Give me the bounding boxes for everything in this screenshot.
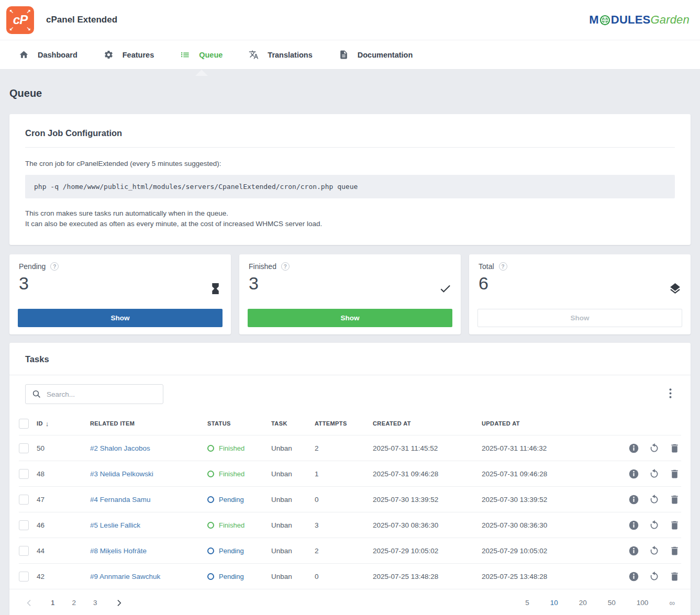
delete-button[interactable] [668,467,681,480]
delete-button[interactable] [668,570,681,583]
layers-icon [669,282,682,295]
row-checkbox[interactable] [19,572,29,582]
column-id[interactable]: ID↓ [37,420,90,428]
help-icon[interactable]: ? [50,262,59,271]
cell-created-at: 2025-07-30 08:36:30 [373,521,482,529]
cell-id: 50 [37,444,90,452]
related-item-link[interactable]: #8 Miķelis Hofrāte [90,547,207,555]
cell-created-at: 2025-07-25 13:48:28 [373,573,482,580]
next-page-button[interactable] [115,599,123,607]
nav-item-dashboard[interactable]: Dashboard [7,40,89,69]
show-pending-button[interactable]: Show [18,309,223,327]
gear-icon [104,50,114,60]
cron-note-line2: It can also be executed as often as ever… [25,220,322,228]
brand-part-dules: DULES [611,13,651,27]
help-icon[interactable]: ? [499,262,507,271]
table-options-button[interactable] [666,386,675,402]
column-created-at[interactable]: CREATED AT [373,420,482,427]
related-item-link[interactable]: #2 Shalon Jacobos [90,444,207,452]
show-finished-button[interactable]: Show [248,309,452,327]
page-button-1[interactable]: 1 [51,599,55,607]
related-item-link[interactable]: #4 Fernanda Samu [90,496,207,504]
retry-button[interactable] [648,519,661,532]
nav-item-features[interactable]: Features [92,40,165,69]
page-title: Queue [9,87,691,99]
chevron-right-icon [115,599,123,607]
row-checkbox[interactable] [19,495,29,505]
nav-item-documentation[interactable]: Documentation [327,40,425,69]
retry-button[interactable] [648,442,661,455]
expand-arrow-icon: ↘ [27,26,31,31]
nav-item-queue[interactable]: Queue [169,40,234,69]
show-total-button[interactable]: Show [477,309,682,327]
pagination-bar: 1 2 3 5 10 20 50 100 ∞ [9,589,691,615]
cell-id: 46 [37,521,90,529]
cell-created-at: 2025-07-29 10:05:02 [373,547,482,555]
nav-label: Dashboard [38,51,77,59]
column-status[interactable]: STATUS [207,420,271,427]
retry-button[interactable] [648,493,661,506]
related-item-link[interactable]: #9 Annmarie Sawchuk [90,573,207,580]
nav-item-translations[interactable]: Translations [237,40,324,69]
table-row: 46 #5 Leslie Fallick Finished Unban 3 20… [19,512,681,538]
page-size-10[interactable]: 10 [550,599,558,607]
row-checkbox[interactable] [19,520,29,530]
delete-button[interactable] [668,493,681,506]
delete-button[interactable] [668,519,681,532]
page-size-20[interactable]: 20 [579,599,587,607]
nav-label: Documentation [358,51,413,59]
row-checkbox[interactable] [19,546,29,556]
column-task[interactable]: TASK [271,420,315,427]
cell-attempts: 3 [315,521,373,529]
retry-button[interactable] [648,467,661,480]
info-button[interactable] [627,493,640,506]
column-attempts[interactable]: ATTEMPTS [315,420,373,427]
delete-button[interactable] [668,544,681,557]
column-label: ID [37,420,43,427]
row-checkbox[interactable] [19,469,29,479]
brand-part-m: M [589,13,599,27]
info-button[interactable] [627,519,640,532]
cell-created-at: 2025-07-31 09:46:28 [373,470,482,478]
retry-button[interactable] [648,570,661,583]
retry-icon [649,545,660,556]
page-button-3[interactable]: 3 [93,599,97,607]
prev-page-button[interactable] [25,599,34,607]
stat-card-finished: Finished ? 3 Show [239,254,461,334]
hourglass-icon [209,282,222,295]
status-label: Finished [219,444,245,452]
page-size-50[interactable]: 50 [608,599,616,607]
row-checkbox[interactable] [19,443,29,453]
help-icon[interactable]: ? [281,262,290,271]
cpanel-logo: ↖ ↗ cP ↙ ↘ [6,6,34,34]
page-button-2[interactable]: 2 [72,599,76,607]
page-size-100[interactable]: 100 [637,599,649,607]
column-related-item[interactable]: RELATED ITEM [90,420,207,427]
info-icon [628,468,639,479]
info-button[interactable] [627,544,640,557]
stat-value: 3 [248,273,452,294]
status-label: Pending [219,547,244,555]
stat-card-total: Total ? 6 Show [469,254,691,334]
retry-icon [649,520,660,531]
retry-icon [649,571,660,582]
search-input[interactable] [47,390,157,398]
related-item-link[interactable]: #5 Leslie Fallick [90,521,207,529]
info-button[interactable] [627,570,640,583]
cell-updated-at: 2025-07-31 09:46:28 [482,470,613,478]
status-ring-icon [207,445,214,452]
delete-button[interactable] [668,442,681,455]
page-size-5[interactable]: 5 [525,599,529,607]
select-all-checkbox[interactable] [19,419,29,429]
page-size-infinity-icon[interactable]: ∞ [669,598,675,607]
info-button[interactable] [627,467,640,480]
status-badge: Pending [207,496,271,504]
retry-button[interactable] [648,544,661,557]
status-ring-icon [207,471,214,477]
status-ring-icon [207,522,214,529]
info-button[interactable] [627,442,640,455]
column-updated-at[interactable]: UPDATED AT [482,420,613,427]
related-item-link[interactable]: #3 Nelida Pelkowski [90,470,207,478]
trash-icon [669,494,680,505]
cron-intro-text: The cron job for cPanelExtended (every 5… [25,160,675,167]
